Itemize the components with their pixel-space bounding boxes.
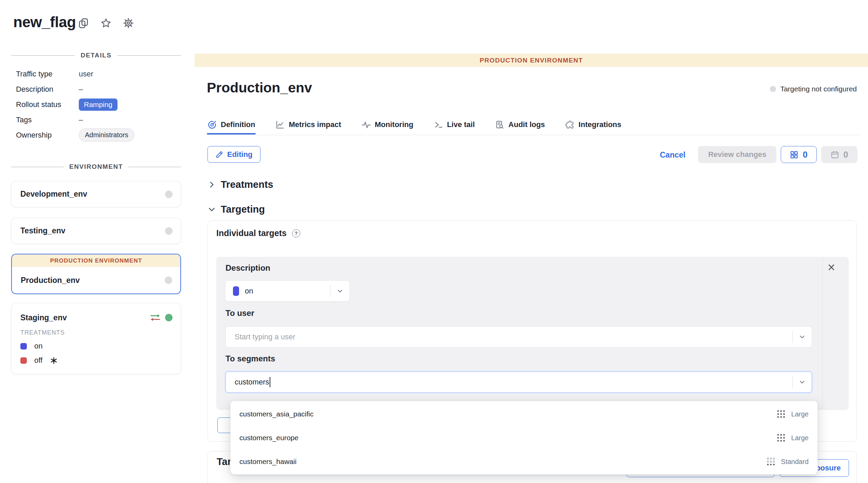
detail-label: Tags — [16, 115, 79, 124]
page-title: new_flag — [13, 14, 76, 31]
changes-count-button[interactable]: 0 — [781, 146, 817, 163]
puzzle-icon — [565, 120, 575, 129]
targeting-status: Targeting not configured — [770, 85, 857, 93]
segment-name: customers_hawaii — [239, 458, 296, 466]
to-user-label: To user — [225, 308, 254, 318]
tab-integrations[interactable]: Integrations — [565, 115, 621, 135]
large-segment-icon — [776, 433, 786, 443]
large-segment-icon — [776, 409, 786, 419]
detail-row-description: Description – — [16, 82, 186, 97]
editing-button[interactable]: Editing — [207, 146, 260, 163]
treatment-row-on: on — [20, 342, 181, 351]
tab-live-tail[interactable]: Live tail — [434, 115, 475, 135]
ownership-pill[interactable]: Administrators — [79, 128, 134, 142]
status-dot-icon — [770, 86, 776, 92]
env-card-production[interactable]: PRODUCTION ENVIRONMENT Production_env — [11, 254, 181, 294]
treatment-label: on — [34, 342, 42, 351]
terminal-icon — [434, 120, 443, 129]
tab-monitoring[interactable]: Monitoring — [362, 115, 414, 135]
to-user-input[interactable] — [226, 327, 792, 347]
scheduled-count-button[interactable]: 0 — [821, 146, 857, 163]
help-icon[interactable]: ? — [292, 229, 300, 237]
env-tabs: Definition Metrics impact Monitoring Liv… — [207, 115, 621, 135]
segment-size-label: Large — [791, 434, 809, 442]
production-env-banner: PRODUCTION ENVIRONMENT — [12, 254, 180, 267]
detail-label: Ownership — [16, 131, 79, 140]
env-name: Testing_env — [20, 226, 66, 235]
targeting-section-toggle[interactable]: Targeting — [208, 204, 265, 215]
details-title: DETAILS — [80, 52, 111, 59]
chevron-down-icon[interactable] — [793, 378, 812, 386]
tab-label: Metrics impact — [289, 120, 341, 129]
segment-name: customers_asia_pacific — [239, 410, 313, 418]
segment-size-label: Standard — [781, 458, 809, 466]
tab-label: Live tail — [447, 120, 475, 129]
star-icon[interactable] — [101, 18, 111, 29]
default-treatment-asterisk-icon — [50, 357, 58, 364]
treatments-section-title: Treatments — [221, 179, 273, 190]
detail-row-traffic-type: Traffic type user — [16, 66, 186, 82]
selected-treatment: on — [245, 287, 253, 296]
close-icon[interactable]: × — [828, 261, 835, 274]
pencil-icon — [215, 150, 223, 159]
copy-icon[interactable] — [78, 18, 89, 29]
to-segments-field[interactable]: customers — [225, 372, 812, 393]
scheduled-count: 0 — [844, 150, 848, 160]
env-card-development[interactable]: Development_env — [11, 181, 181, 207]
status-dot-icon — [165, 276, 172, 284]
audit-log-icon — [495, 120, 504, 129]
treatment-select[interactable]: on — [225, 281, 349, 301]
to-segments-input-value[interactable]: customers — [235, 378, 269, 387]
targeting-status-label: Targeting not configured — [780, 85, 857, 93]
env-name: Production_env — [21, 276, 80, 285]
tab-definition[interactable]: Definition — [207, 115, 255, 135]
environment-page-title: Production_env — [207, 80, 312, 96]
treatment-color-chip — [20, 343, 27, 350]
detail-label: Rollout status — [16, 100, 79, 109]
to-user-field — [225, 326, 812, 347]
environment-section-header: ENVIRONMENT — [11, 163, 181, 171]
treatment-color-chip — [20, 357, 27, 364]
pulse-icon — [362, 120, 371, 129]
treatment-color-chip — [233, 286, 239, 296]
env-card-testing[interactable]: Testing_env — [11, 218, 181, 244]
tab-label: Integrations — [579, 120, 621, 129]
chevron-down-icon[interactable] — [793, 333, 812, 341]
segment-option-asia-pacific[interactable]: customers_asia_pacific Large — [231, 402, 817, 426]
metrics-chart-icon — [275, 120, 285, 129]
env-card-staging[interactable]: Staging_env TREATMENTS on off — [11, 303, 181, 374]
to-segments-label: To segments — [225, 354, 275, 363]
detail-label: Description — [16, 85, 79, 94]
detail-value: – — [79, 85, 83, 94]
cancel-link[interactable]: Cancel — [660, 150, 685, 160]
segment-size-label: Large — [791, 410, 809, 418]
flag-header-actions — [78, 18, 134, 29]
changes-count: 0 — [803, 150, 808, 160]
standard-segment-icon — [766, 457, 776, 466]
tab-audit-logs[interactable]: Audit logs — [495, 115, 545, 135]
detail-row-ownership: Ownership Administrators — [16, 127, 186, 143]
individual-targets-title: Individual targets — [216, 228, 287, 238]
detail-label: Traffic type — [16, 70, 79, 78]
individual-target-card: × Description on To user To segments — [216, 257, 849, 410]
detail-value: – — [79, 115, 83, 124]
grid-icon — [790, 150, 798, 159]
treatments-section-toggle[interactable]: Treatments — [208, 179, 273, 190]
segment-option-europe[interactable]: customers_europe Large — [231, 426, 817, 450]
segments-dropdown: customers_asia_pacific Large customers_e… — [230, 401, 818, 475]
definition-target-icon — [207, 120, 217, 129]
status-dot-icon — [165, 314, 173, 321]
status-dot-icon — [165, 191, 173, 198]
transfer-arrows-icon — [150, 313, 160, 322]
gear-icon[interactable] — [123, 18, 134, 29]
details-section-header: DETAILS — [11, 52, 181, 59]
tab-label: Definition — [221, 120, 255, 129]
review-changes-button[interactable]: Review changes — [698, 146, 776, 163]
description-label: Description — [225, 263, 270, 273]
tab-metrics-impact[interactable]: Metrics impact — [275, 115, 341, 135]
tab-label: Monitoring — [375, 120, 414, 129]
env-name: Development_env — [20, 190, 87, 199]
editing-label: Editing — [227, 150, 253, 159]
segment-option-hawaii[interactable]: customers_hawaii Standard — [231, 450, 817, 473]
chevron-down-icon[interactable] — [330, 287, 349, 295]
